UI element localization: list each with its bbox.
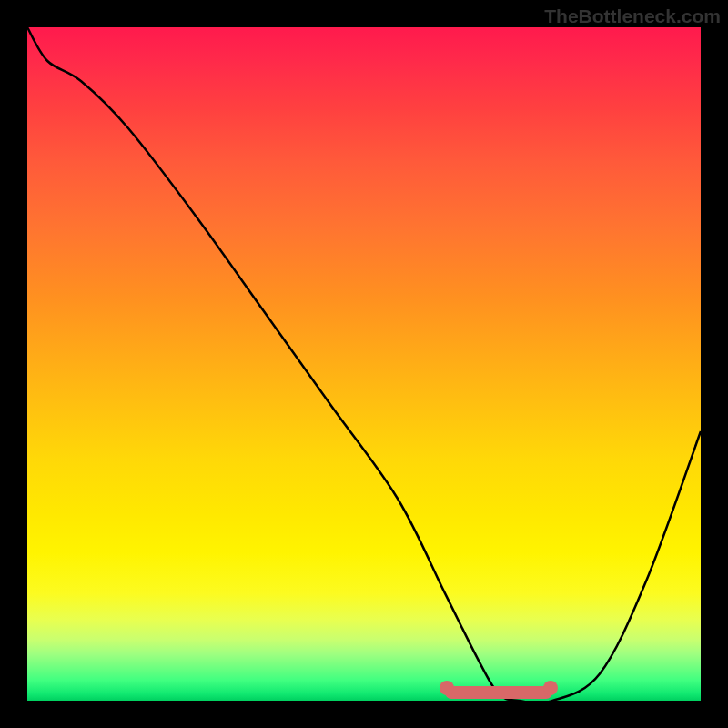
optimal-range-highlight [445,686,552,699]
watermark-text: TheBottleneck.com [544,5,721,27]
bottleneck-curve [27,27,701,701]
chart-plot-area [27,27,701,701]
optimal-range-cap-left [440,681,454,695]
